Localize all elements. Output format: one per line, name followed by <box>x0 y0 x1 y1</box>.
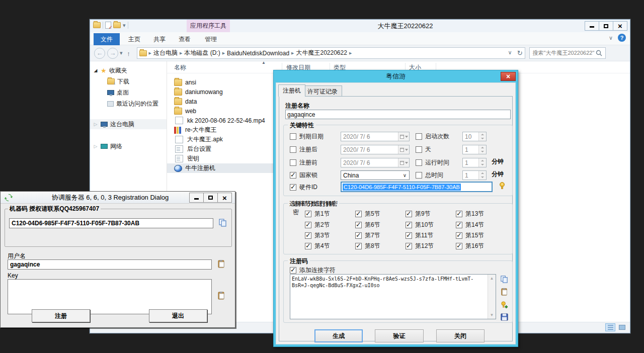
thumbnail-view-button[interactable] <box>617 323 627 331</box>
section-11-checkbox[interactable] <box>406 232 412 239</box>
section-13-checkbox[interactable] <box>456 211 462 217</box>
register-button[interactable]: 注册 <box>32 309 90 322</box>
section-checkbox-row[interactable]: 第6节 <box>355 220 380 230</box>
breadcrumb-item[interactable]: 这台电脑 <box>153 49 178 57</box>
tab-home[interactable]: 主页 <box>121 33 147 45</box>
before-reg-date-picker[interactable]: 2020/ 7/ 6 <box>341 157 410 168</box>
close-button[interactable]: × <box>501 72 516 81</box>
country-select[interactable]: China∨ <box>341 170 410 181</box>
spin-up-icon[interactable] <box>478 171 486 175</box>
sidebar-item-network[interactable]: ▷ 网络 <box>90 141 167 151</box>
section-checkbox-row[interactable]: 第12节 <box>406 241 434 251</box>
spin-down-icon[interactable] <box>478 137 486 141</box>
section-checkbox-row[interactable]: 第15节 <box>456 230 484 241</box>
search-input[interactable]: 搜索"大牛魔王20220622" <box>529 47 606 59</box>
reg-code-textarea[interactable]: EnLaV-wkB8u-Sxl6S-2F+bD-KnPHq-r8AeS-wzs5… <box>290 274 496 319</box>
exit-button[interactable]: 退出 <box>149 309 207 322</box>
details-view-button[interactable] <box>605 323 615 331</box>
section-checkbox-row[interactable]: 第4节 <box>305 241 330 251</box>
section-14-checkbox[interactable] <box>456 222 462 228</box>
section-checkbox-row[interactable]: 第7节 <box>355 230 380 241</box>
expiry-checkbox[interactable] <box>290 133 296 140</box>
after-reg-date-picker[interactable]: 2020/ 7/ 6 <box>341 144 410 155</box>
hardware-id-checkbox[interactable] <box>290 184 296 191</box>
calendar-dropdown-icon[interactable] <box>398 158 409 167</box>
help-icon[interactable]: ? <box>618 34 626 42</box>
expander-closed-icon[interactable]: ▷ <box>93 144 98 149</box>
properties-icon[interactable] <box>105 22 111 29</box>
days-spinner[interactable]: 1 <box>462 144 487 155</box>
runtime-checkbox[interactable] <box>416 159 422 166</box>
breadcrumb-item[interactable]: BaiduNetdiskDownload <box>227 50 289 57</box>
search-icon[interactable] <box>596 50 602 56</box>
verify-button[interactable]: 验证 <box>375 329 424 342</box>
section-checkbox-row[interactable]: 第1节 <box>305 209 330 219</box>
paste-icon[interactable] <box>500 288 509 296</box>
section-1-checkbox[interactable] <box>305 211 311 217</box>
expand-ribbon-icon[interactable]: ∨ <box>609 35 613 41</box>
calendar-dropdown-icon[interactable] <box>398 132 409 141</box>
calendar-dropdown-icon[interactable] <box>398 145 409 154</box>
breadcrumb-item[interactable]: 大牛魔王20220622 <box>296 49 347 57</box>
minimize-button[interactable] <box>585 21 599 31</box>
address-dropdown-icon[interactable]: ∨ <box>508 49 512 57</box>
key-icon[interactable] <box>498 182 506 190</box>
folder-icon[interactable] <box>93 22 101 28</box>
spin-up-icon[interactable] <box>478 132 486 137</box>
total-time-spinner[interactable]: 1 <box>462 170 487 181</box>
up-button[interactable]: ↑ <box>123 48 135 59</box>
launch-count-checkbox[interactable] <box>416 133 422 140</box>
section-12-checkbox[interactable] <box>406 243 412 249</box>
expiry-date-picker[interactable]: 2020/ 7/ 6 <box>341 131 410 142</box>
scroll-up-icon[interactable]: ▲ <box>488 275 496 282</box>
add-key-icon[interactable] <box>500 300 509 309</box>
expander-closed-icon[interactable]: ▷ <box>93 122 98 127</box>
tab-license-log[interactable]: 许可证记录 <box>303 85 342 97</box>
section-checkbox-row[interactable]: 第14节 <box>456 220 484 230</box>
sidebar-item-favorites[interactable]: ◢ ★ 收藏夹 <box>90 65 167 75</box>
section-2-checkbox[interactable] <box>305 222 311 228</box>
sidebar-item-downloads[interactable]: 下载 <box>90 76 167 86</box>
new-folder-icon[interactable] <box>113 22 121 28</box>
close-dialog-button[interactable]: 关闭 <box>436 329 485 342</box>
tab-keygen[interactable]: 注册机 <box>278 84 305 97</box>
after-reg-checkbox[interactable] <box>290 146 296 153</box>
country-lock-checkbox[interactable] <box>290 172 296 179</box>
column-name[interactable]: 名称 <box>174 63 186 72</box>
refresh-icon[interactable]: ↻ <box>517 49 523 57</box>
sidebar-item-this-pc[interactable]: ▷ 这台电脑 <box>90 119 167 129</box>
section-4-checkbox[interactable] <box>305 243 311 249</box>
section-checkbox-row[interactable]: 第9节 <box>406 209 431 219</box>
before-reg-checkbox[interactable] <box>290 159 296 166</box>
spin-down-icon[interactable] <box>478 150 486 154</box>
machine-code-field[interactable]: C120-04D6-985F-F4F7-5110-F05F-7B87-30AB <box>9 218 213 228</box>
scroll-down-icon[interactable]: ▼ <box>488 311 496 319</box>
section-checkbox-row[interactable]: 第11节 <box>406 230 433 241</box>
username-field[interactable]: gagaqince <box>8 259 212 270</box>
section-6-checkbox[interactable] <box>355 222 362 228</box>
copy-icon[interactable] <box>500 275 509 284</box>
sidebar-item-recent-places[interactable]: 最近访问的位置 <box>90 99 167 109</box>
spin-down-icon[interactable] <box>478 163 486 167</box>
section-7-checkbox[interactable] <box>355 232 362 239</box>
reg-name-input[interactable] <box>285 110 511 119</box>
sidebar-item-desktop[interactable]: 桌面 <box>90 87 167 98</box>
tab-share[interactable]: 共享 <box>146 33 173 45</box>
days-checkbox[interactable] <box>416 146 422 153</box>
maximize-button[interactable] <box>203 193 218 203</box>
minimize-button[interactable] <box>189 193 204 203</box>
forward-button[interactable]: → <box>107 48 118 59</box>
section-checkbox-row[interactable]: 第3节 <box>305 230 330 241</box>
close-button[interactable]: × <box>613 21 627 31</box>
scrollbar[interactable]: ▲ ▼ <box>488 275 496 319</box>
launch-count-spinner[interactable]: 10 <box>462 131 487 142</box>
tab-view[interactable]: 查看 <box>172 33 198 45</box>
section-checkbox-row[interactable]: 第13节 <box>456 209 484 219</box>
section-checkbox-row[interactable]: 第5节 <box>355 209 380 219</box>
section-checkbox-row[interactable]: 第8节 <box>355 241 380 251</box>
hardware-id-field[interactable]: C120-04D6-985F-F4F7-5110-F05F-7B87-30AB <box>341 182 493 192</box>
tab-file[interactable]: 文件 <box>94 33 120 45</box>
copy-icon[interactable] <box>218 218 227 227</box>
spin-down-icon[interactable] <box>478 175 486 180</box>
section-10-checkbox[interactable] <box>406 222 412 228</box>
